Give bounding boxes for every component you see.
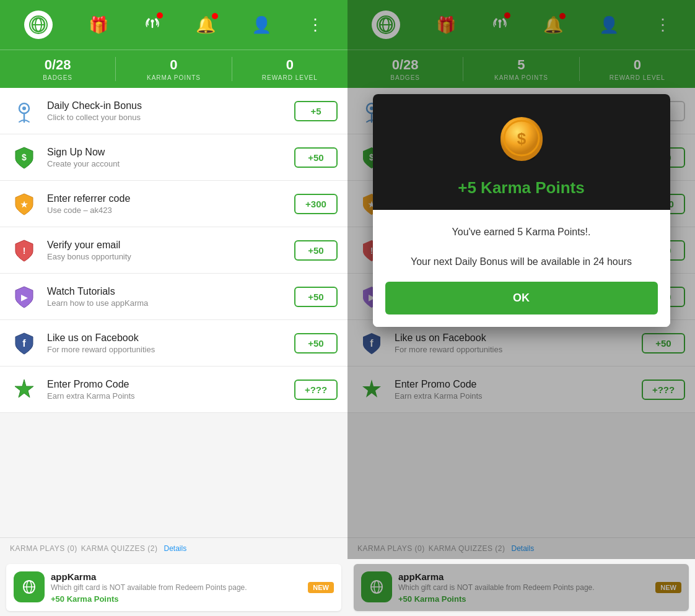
antenna-icon-right[interactable] [492,15,508,35]
reward-referrer-text: Enter referrer code Use code – ak423 [47,193,294,215]
reward-verify-btn[interactable]: +50 [294,240,338,261]
reward-tutorials-subtitle: Learn how to use appKarma [47,298,294,308]
reward-promo[interactable]: Enter Promo Code Earn extra Karma Points… [0,367,348,413]
more-icon-right[interactable]: ⋮ [655,15,671,35]
karma-value-right: 5 [517,57,525,73]
reward-signup-title: Sign Up Now [47,147,294,158]
modal-bottom: You've earned 5 Karma Points!. Your next… [373,210,670,327]
topbar-right: 🎁 🔔 👤 ⋮ [348,0,695,50]
modal-message: You've earned 5 Karma Points!. Your next… [385,225,658,269]
bell-icon-right[interactable]: 🔔 [543,15,563,35]
modal-box: $ +5 Karma Points You've earned 5 Karma … [373,94,670,327]
gift-icon-right[interactable]: 🎁 [436,15,456,35]
svg-point-17 [498,19,501,22]
karma-details-left[interactable]: Details [164,544,187,553]
shield-red-icon: ! [10,236,38,264]
reward-value-right: 0 [634,57,641,73]
left-panel: 🎁 🔔 👤 ⋮ 0/28 BADGES 0 KARMA POIN [0,0,348,616]
svg-text:▶: ▶ [21,293,28,302]
app-logo[interactable] [24,11,53,39]
karma-label-right: KARMA POINTS [494,74,548,81]
reward-referrer[interactable]: ★ Enter referrer code Use code – ak423 +… [0,181,348,227]
reward-referrer-title: Enter referrer code [47,193,294,204]
shield-blue-icon: f [10,329,38,357]
reward-facebook-text: Like us on Facebook For more reward oppo… [47,332,294,354]
karma-bar-left: KARMA PLAYS (0) KARMA QUIZZES (2) Detail… [0,537,348,559]
app-karma-logo-left [14,571,45,602]
shield-yellow-icon: ★ [10,189,38,218]
reward-daily-subtitle: Click to collect your bonus [47,113,294,122]
reward-tutorials-title: Watch Tutorials [47,286,294,297]
karma-label: KARMA POINTS [147,74,201,81]
user-icon[interactable]: 👤 [251,15,271,35]
shield-purple-icon: ▶ [10,282,38,311]
svg-text:$: $ [517,129,526,148]
karma-value: 0 [170,57,177,73]
reward-daily-text: Daily Check-in Bonus Click to collect yo… [47,100,294,122]
badges-stat: 0/28 BADGES [0,57,116,81]
app-logo-right[interactable] [372,11,400,39]
reward-signup-text: Sign Up Now Create your account [47,147,294,168]
reward-daily-checkin[interactable]: Daily Check-in Bonus Click to collect yo… [0,88,348,134]
star-green-icon [10,375,38,404]
modal-overlay: $ +5 Karma Points You've earned 5 Karma … [348,88,695,616]
reward-facebook-title: Like us on Facebook [47,332,294,344]
shield-green-icon: $ [10,143,38,171]
badges-label-right: BADGES [390,74,420,81]
location-icon [10,97,38,125]
reward-signup[interactable]: $ Sign Up Now Create your account +50 [0,134,348,181]
modal-karma-text: +5 Karma Points [458,178,584,197]
reward-tutorials[interactable]: ▶ Watch Tutorials Learn how to use appKa… [0,274,348,320]
gift-icon[interactable]: 🎁 [89,15,108,35]
reward-tutorials-btn[interactable]: +50 [294,287,338,307]
reward-daily-btn[interactable]: +5 [294,101,338,121]
user-icon-right[interactable]: 👤 [599,15,619,35]
reward-tutorials-text: Watch Tutorials Learn how to use appKarm… [47,286,294,308]
reward-label: REWARD LEVEL [262,74,318,81]
svg-text:$: $ [22,152,27,162]
badges-value-right: 0/28 [392,57,419,73]
reward-facebook[interactable]: f Like us on Facebook For more reward op… [0,320,348,367]
svg-point-5 [22,106,26,110]
reward-verify-email[interactable]: ! Verify your email Easy bonus opportuni… [0,227,348,274]
modal-ok-button[interactable]: OK [385,282,658,315]
reward-daily-title: Daily Check-in Bonus [47,100,294,111]
badges-value: 0/28 [45,57,71,73]
reward-facebook-subtitle: For more reward opportunities [47,345,294,354]
rewards-list-left: Daily Check-in Bonus Click to collect yo… [0,88,348,537]
more-icon[interactable]: ⋮ [307,15,323,35]
right-panel: 🎁 🔔 👤 ⋮ 0/28 BADGES 5 KARMA POIN [348,0,695,616]
svg-text:f: f [22,338,26,349]
modal-top: $ +5 Karma Points [373,94,670,210]
reward-stat: 0 REWARD LEVEL [232,57,348,81]
karma-stat-right: 5 KARMA POINTS [463,57,579,81]
reward-signup-btn[interactable]: +50 [294,147,338,168]
modal-msg-line1: You've earned 5 Karma Points!. [452,227,591,237]
reward-promo-text: Enter Promo Code Earn extra Karma Points [47,379,294,401]
karma-quizzes-left: KARMA QUIZZES (2) [81,544,158,553]
badges-label: BADGES [43,74,72,81]
app-name-left: appKarma [51,571,302,582]
reward-verify-subtitle: Easy bonus opportunity [47,252,294,261]
bottom-card-left[interactable]: appKarma Which gift card is NOT availabl… [6,564,341,611]
statsbar-right: 0/28 BADGES 5 KARMA POINTS 0 REWARD LEVE… [348,50,695,88]
reward-facebook-btn[interactable]: +50 [294,333,338,354]
svg-text:!: ! [23,246,26,256]
app-desc-left: Which gift card is NOT available from Re… [51,583,302,592]
bell-icon[interactable]: 🔔 [196,15,216,35]
reward-promo-subtitle: Earn extra Karma Points [47,391,294,401]
reward-signup-subtitle: Create your account [47,159,294,168]
svg-point-3 [151,19,154,22]
reward-referrer-btn[interactable]: +300 [294,194,338,214]
antenna-icon[interactable] [144,15,160,35]
reward-value: 0 [286,57,294,73]
reward-referrer-subtitle: Use code – ak423 [47,206,294,215]
app-points-left: +50 Karma Points [51,594,302,604]
bottom-card-content-left: appKarma Which gift card is NOT availabl… [51,571,302,604]
statsbar-left: 0/28 BADGES 0 KARMA POINTS 0 REWARD LEVE… [0,50,348,88]
reward-label-right: REWARD LEVEL [610,74,665,81]
karma-stat: 0 KARMA POINTS [116,57,232,81]
modal-msg-line2: Your next Daily Bonus will be available … [411,256,632,267]
reward-stat-right: 0 REWARD LEVEL [580,57,695,81]
reward-promo-btn[interactable]: +??? [294,380,338,400]
